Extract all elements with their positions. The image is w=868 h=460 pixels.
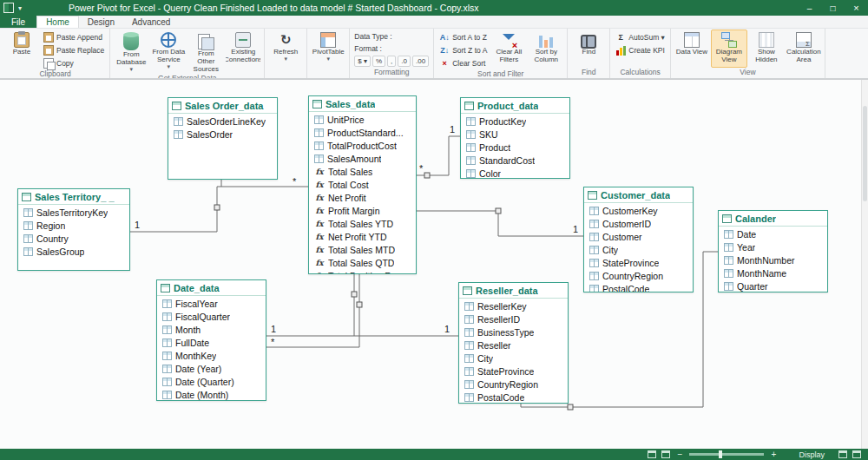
field-postalcode[interactable]: PostalCode [459, 391, 568, 403]
minimize-button[interactable]: – [798, 0, 821, 16]
field-salesgroup[interactable]: SalesGroup [18, 245, 129, 258]
diagram-canvas[interactable]: 1**111*1 Sales Order_dataSalesOrderLineK… [0, 79, 868, 449]
paste-button[interactable]: Paste [3, 30, 40, 69]
table-product-data[interactable]: Product_dataProductKeySKUProductStandard… [460, 97, 570, 179]
from-data-service-button[interactable]: From Data Service▾ [150, 30, 187, 74]
field-countryregion[interactable]: CountryRegion [584, 269, 693, 282]
from-other-sources-button[interactable]: From Other Sources [187, 30, 224, 74]
format-item-button[interactable]: $ ▾ [354, 56, 371, 67]
field-date-quarter[interactable]: Date (Quarter) [157, 375, 266, 388]
field-totalproductcost[interactable]: TotalProductCost [309, 139, 416, 152]
zoom-out-button[interactable]: − [675, 450, 684, 459]
field-stateprovince[interactable]: StateProvince [584, 256, 693, 269]
field-reseller[interactable]: Reseller [459, 338, 568, 352]
table-header[interactable]: Reseller_data [459, 283, 568, 299]
existing-connections-button[interactable]: Existing Connections [225, 30, 261, 74]
data-view-toggle-icon[interactable] [838, 450, 847, 458]
field-stateprovince[interactable]: StateProvince [459, 365, 568, 378]
field-productstandard[interactable]: ProductStandard... [309, 126, 416, 139]
field-fiscalyear[interactable]: FiscalYear [157, 297, 266, 310]
relationship-node[interactable] [568, 404, 573, 410]
field-date-year[interactable]: Date (Year) [157, 362, 266, 375]
table-reseller-data[interactable]: Reseller_dataResellerKeyResellerIDBusine… [458, 282, 569, 404]
field-unitprice[interactable]: UnitPrice [309, 113, 416, 126]
field-postalcode[interactable]: PostalCode [584, 282, 693, 292]
table-sales-data[interactable]: Sales_dataUnitPriceProductStandard...Tot… [308, 95, 417, 274]
zoom-slider-thumb[interactable] [719, 450, 722, 458]
field-total-sales[interactable]: fxTotal Sales [309, 165, 416, 178]
create-kpi-button[interactable]: Create KPI [613, 43, 667, 56]
table-sales-order-data[interactable]: Sales Order_dataSalesOrderLineKeySalesOr… [168, 97, 278, 180]
zoom-100-icon[interactable] [661, 450, 670, 458]
field-total-position-re[interactable]: fxTotal Position Re [309, 269, 416, 273]
copy-button[interactable]: Copy [41, 56, 107, 69]
field-countryregion[interactable]: CountryRegion [459, 378, 568, 391]
field-city[interactable]: City [459, 352, 568, 365]
field-product[interactable]: Product [461, 141, 569, 154]
field-salesamount[interactable]: SalesAmount [309, 152, 416, 165]
table-header[interactable]: Sales Order_data [168, 98, 277, 114]
field-standardcost[interactable]: StandardCost [461, 154, 569, 167]
show-hidden-button[interactable]: Show Hidden [748, 30, 785, 68]
field-net-profit[interactable]: fxNet Profit [309, 191, 416, 204]
format-0-button[interactable]: .0 [398, 56, 411, 67]
table-header[interactable]: Calander [719, 211, 827, 227]
sort-by-column-button[interactable]: Sort by Column [528, 30, 564, 69]
relationship-node[interactable] [424, 173, 430, 178]
field-total-sales-mtd[interactable]: fxTotal Sales MTD [309, 243, 416, 256]
table-calander[interactable]: CalanderDateYearMonthNumberMonthNameQuar… [718, 210, 828, 292]
field-salesterritorykey[interactable]: SalesTerritoryKey [18, 206, 129, 219]
table-header[interactable]: Sales Territory_ _ [18, 189, 129, 205]
field-net-profit-ytd[interactable]: fxNet Profit YTD [309, 230, 416, 243]
relationship-line[interactable] [417, 136, 460, 175]
find-button[interactable]: Find [570, 30, 607, 68]
autosum-button[interactable]: ΣAutoSum ▾ [613, 30, 667, 43]
sort-a-to-z-button[interactable]: A↓Sort A to Z [437, 30, 490, 43]
field-resellerkey[interactable]: ResellerKey [459, 299, 568, 312]
refresh-button[interactable]: ↻Refresh▾ [267, 30, 304, 68]
table-date-data[interactable]: Date_dataFiscalYearFiscalQuarterMonthFul… [156, 279, 266, 401]
field-resellerid[interactable]: ResellerID [459, 312, 568, 325]
calculation-area-button[interactable]: Calculation Area [786, 30, 822, 68]
tab-advanced[interactable]: Advanced [123, 16, 179, 28]
field-total-sales-ytd[interactable]: fxTotal Sales YTD [309, 217, 416, 230]
tab-home[interactable]: Home [36, 16, 79, 28]
diagram-view-toggle-icon[interactable] [852, 450, 861, 458]
field-monthkey[interactable]: MonthKey [157, 349, 266, 362]
paste-append-button[interactable]: Paste Append [41, 30, 107, 43]
relationship-node[interactable] [496, 208, 501, 214]
field-total-sales-qtd[interactable]: fxTotal Sales QTD [309, 256, 416, 269]
relationship-line[interactable] [417, 211, 583, 236]
relationship-node[interactable] [357, 302, 362, 307]
field-customerkey[interactable]: CustomerKey [584, 204, 693, 217]
table-header[interactable]: Date_data [157, 280, 266, 296]
quick-access-caret[interactable]: ▾ [18, 4, 22, 12]
table-sales-territory[interactable]: Sales Territory_ _SalesTerritoryKeyRegio… [17, 188, 130, 271]
field-date[interactable]: Date [719, 227, 827, 240]
clear-sort-button[interactable]: ×Clear Sort [437, 56, 490, 69]
field-productkey[interactable]: ProductKey [461, 115, 569, 128]
zoom-slider[interactable] [689, 453, 764, 456]
format-item-button[interactable]: , [387, 56, 396, 67]
field-country[interactable]: Country [18, 232, 129, 245]
table-header[interactable]: Sales_data [309, 96, 416, 112]
relationship-node[interactable] [214, 205, 220, 210]
field-monthname[interactable]: MonthName [719, 266, 827, 279]
zoom-in-button[interactable]: + [769, 450, 778, 459]
sort-z-to-a-button[interactable]: Z↓Sort Z to A [437, 43, 490, 56]
field-color[interactable]: Color [461, 167, 569, 178]
from-database-button[interactable]: From Database▾ [113, 30, 149, 74]
diagram-view-button[interactable]: Diagram View [711, 30, 747, 68]
scrollbar-thumb[interactable] [863, 106, 867, 201]
field-fulldate[interactable]: FullDate [157, 336, 266, 349]
close-button[interactable]: × [845, 0, 868, 16]
field-monthnumber[interactable]: MonthNumber [719, 253, 827, 266]
field-customerid[interactable]: CustomerID [584, 217, 693, 230]
relationship-line[interactable] [266, 274, 354, 336]
field-profit-margin[interactable]: fxProfit Margin [309, 204, 416, 217]
table-header[interactable]: Customer_data [584, 187, 693, 203]
field-city[interactable]: City [584, 243, 693, 256]
paste-replace-button[interactable]: Paste Replace [41, 43, 107, 56]
field-salesorder[interactable]: SalesOrder [168, 128, 277, 141]
field-quarter[interactable]: Quarter [719, 279, 827, 292]
